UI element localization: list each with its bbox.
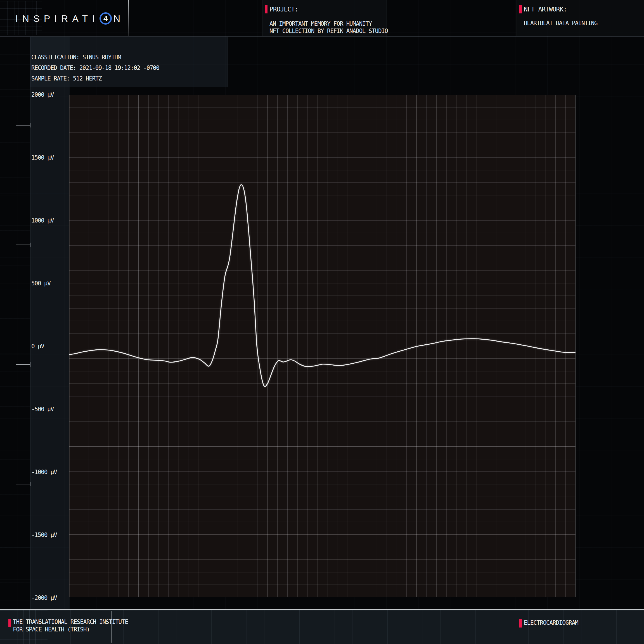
red-marker-icon (519, 5, 522, 13)
logo-text-pre: INSPIRATI (15, 13, 99, 24)
logo-circled-4-icon: 4 (100, 12, 112, 25)
red-marker-icon (8, 619, 11, 627)
y-axis-label: 1500 µV (31, 154, 54, 161)
y-axis-label: 2000 µV (31, 91, 54, 98)
fine-grid-patch-left (0, 37, 30, 609)
y-axis-label: 500 µV (31, 280, 51, 287)
nft-artwork-canvas: { "header": { "logo": { "pre": "INSPIRAT… (0, 0, 644, 644)
y-axis-label: 0 µV (31, 343, 44, 350)
y-axis-label: -1000 µV (31, 469, 57, 475)
ecg-plot (69, 95, 576, 597)
classification-text: CLASSIFICATION: SINUS RHYTHM (31, 52, 159, 63)
chart-type-section: ELECTROCARDIOGRAM (519, 619, 578, 628)
recording-metadata: CLASSIFICATION: SINUS RHYTHM RECORDED DA… (31, 52, 159, 84)
left-tick (16, 125, 30, 126)
ecg-plot-svg (69, 95, 576, 597)
institute-line1: THE TRANSLATIONAL RESEARCH INSTITUTE (13, 618, 128, 626)
y-axis-label: -500 µV (31, 406, 54, 413)
footer-separator-line (0, 609, 644, 610)
project-label: PROJECT: (269, 6, 298, 13)
plot-corner-tick (69, 89, 69, 95)
left-tick-cross (30, 243, 30, 247)
header-accent-line (128, 0, 129, 36)
ecg-trace (69, 185, 576, 387)
left-tick (16, 245, 30, 245)
chart-type-label: ELECTROCARDIOGRAM (524, 619, 578, 627)
red-marker-icon (519, 619, 522, 628)
institute-line2: FOR SPACE HEALTH (TRISH) (13, 626, 128, 633)
artwork-section: NFT ARTWORK: HEARTBEAT DATA PAINTING (519, 5, 597, 27)
left-tick (16, 484, 30, 484)
left-tick (16, 364, 30, 365)
y-axis-label: -1500 µV (31, 532, 57, 538)
recorded-date-text: RECORDED DATE: 2021-09-18 19:12:02 -0700 (31, 63, 159, 73)
project-line2: NFT COLLECTION BY REFIK ANADOL STUDIO (269, 27, 388, 35)
left-tick-cross (30, 482, 30, 486)
inspiration4-logo: INSPIRATI 4 N (15, 11, 124, 26)
sample-rate-text: SAMPLE RATE: 512 HERTZ (31, 73, 159, 84)
project-line1: AN IMPORTANT MEMORY FOR HUMANITY (269, 20, 388, 27)
project-section: PROJECT: AN IMPORTANT MEMORY FOR HUMANIT… (265, 5, 388, 35)
plot-gridlines (69, 95, 576, 597)
y-axis-label: -2000 µV (31, 595, 57, 601)
institute-section: THE TRANSLATIONAL RESEARCH INSTITUTE FOR… (8, 618, 128, 633)
red-marker-icon (265, 5, 267, 13)
logo-text-post: N (113, 13, 125, 24)
artwork-label: NFT ARTWORK: (524, 6, 567, 13)
y-axis-label: 1000 µV (31, 217, 54, 224)
left-tick-cross (30, 123, 30, 127)
axis-label-column (30, 37, 70, 609)
left-tick-cross (30, 362, 30, 367)
artwork-name: HEARTBEAT DATA PAINTING (524, 20, 597, 27)
